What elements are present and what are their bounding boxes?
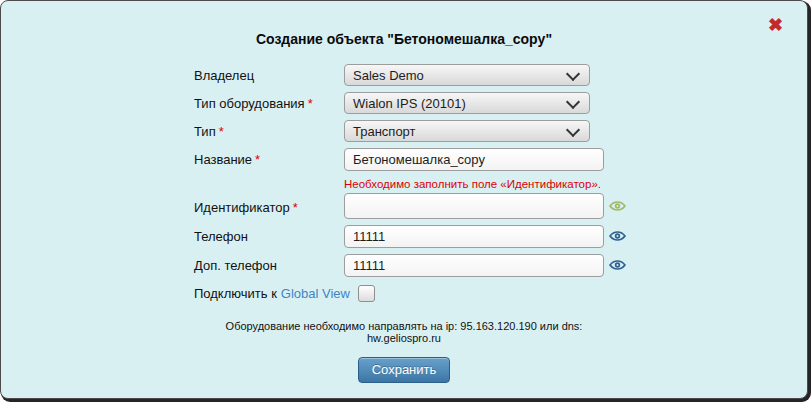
type-select[interactable]: Транспорт — [344, 120, 590, 142]
eye-icon[interactable] — [609, 199, 626, 213]
global-view-row: Подключить к Global View — [194, 285, 614, 302]
identifier-input-wrap — [344, 193, 604, 219]
device-type-label-text: Тип оборудования — [194, 96, 305, 111]
save-button[interactable]: Сохранить — [358, 357, 451, 383]
eye-icon[interactable] — [609, 258, 626, 272]
required-marker: * — [219, 124, 224, 139]
phone-label: Телефон — [194, 225, 344, 244]
close-icon[interactable]: ✖ — [768, 16, 783, 34]
dialog-title: Создание объекта "Бетономешалка_copy" — [1, 1, 807, 47]
create-object-dialog: ✖ Создание объекта "Бетономешалка_copy" … — [0, 0, 808, 399]
identifier-label-text: Идентификатор — [194, 200, 290, 215]
phone-label-text: Телефон — [194, 229, 248, 244]
identifier-label: Идентификатор* — [194, 177, 344, 215]
global-view-checkbox[interactable] — [358, 285, 375, 302]
type-select-value: Транспорт — [353, 124, 416, 139]
owner-label-text: Владелец — [194, 68, 254, 83]
device-type-select[interactable]: Wialon IPS (20101) — [344, 92, 590, 114]
create-object-form: Владелец Sales Demo Тип оборудования* Wi… — [194, 64, 614, 383]
name-label-text: Название — [194, 152, 252, 167]
type-label: Тип* — [194, 120, 344, 139]
field-row-owner: Владелец Sales Demo — [194, 64, 614, 86]
field-row-extra-phone: Доп. телефон — [194, 254, 614, 277]
required-marker: * — [308, 96, 313, 111]
name-input[interactable] — [344, 148, 604, 171]
field-row-type: Тип* Транспорт — [194, 120, 614, 142]
eye-icon[interactable] — [609, 229, 626, 243]
identifier-control-column: Необходимо заполнить поле «Идентификатор… — [344, 177, 604, 219]
hardware-note: Оборудование необходимо направлять на ip… — [194, 320, 614, 344]
device-type-label: Тип оборудования* — [194, 92, 344, 111]
phone-input-wrap — [344, 225, 604, 248]
type-label-text: Тип — [194, 124, 216, 139]
owner-select[interactable]: Sales Demo — [344, 64, 590, 86]
name-label: Название* — [194, 148, 344, 167]
chevron-down-icon — [566, 67, 580, 81]
required-marker: * — [293, 200, 298, 215]
chevron-down-icon — [566, 95, 580, 109]
field-row-identifier: Идентификатор* Необходимо заполнить поле… — [194, 177, 614, 219]
identifier-input[interactable] — [344, 193, 604, 219]
button-row: Сохранить — [194, 357, 614, 383]
field-row-phone: Телефон — [194, 225, 614, 248]
field-row-name: Название* — [194, 148, 614, 171]
phone-input[interactable] — [344, 225, 604, 248]
name-input-wrap — [344, 148, 604, 171]
required-marker: * — [255, 152, 260, 167]
owner-label: Владелец — [194, 64, 344, 83]
validation-error: Необходимо заполнить поле «Идентификатор… — [344, 178, 604, 190]
extra-phone-label-text: Доп. телефон — [194, 258, 277, 273]
extra-phone-input[interactable] — [344, 254, 604, 277]
extra-phone-label: Доп. телефон — [194, 254, 344, 273]
connect-label: Подключить к — [194, 286, 277, 301]
global-view-link[interactable]: Global View — [281, 286, 350, 301]
device-type-select-value: Wialon IPS (20101) — [353, 96, 466, 111]
chevron-down-icon — [566, 123, 580, 137]
owner-select-value: Sales Demo — [353, 68, 424, 83]
field-row-device-type: Тип оборудования* Wialon IPS (20101) — [194, 92, 614, 114]
extra-phone-input-wrap — [344, 254, 604, 277]
